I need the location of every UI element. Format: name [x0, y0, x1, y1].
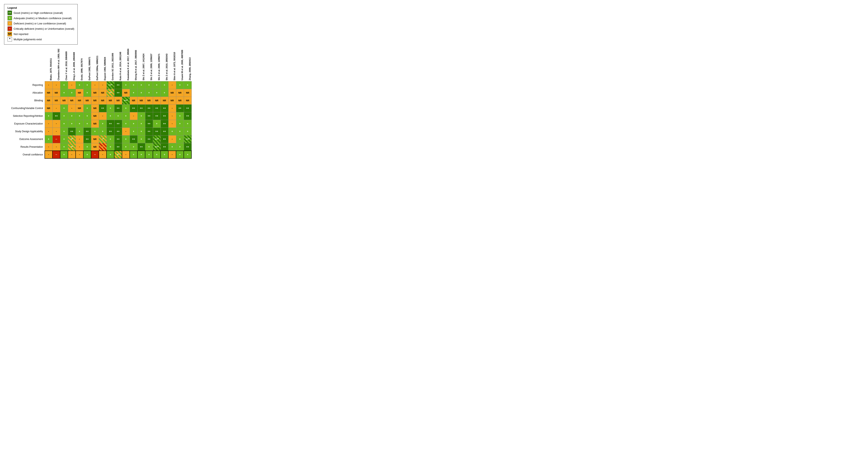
cell-2-16: NR	[168, 97, 176, 105]
nr-badge: NR	[186, 92, 189, 94]
cell-1-3: +	[68, 89, 75, 97]
row-label-0: Reporting	[4, 81, 45, 89]
cell-8-16: +	[168, 143, 176, 151]
cell-2-18: NR	[184, 97, 191, 105]
col-header-18: Zhang, 2008, 2850413	[184, 49, 191, 81]
cell-8-18: ++	[184, 143, 191, 151]
cell-2-0: NR	[45, 97, 53, 105]
cell-6-3: ++	[68, 127, 75, 135]
cell-4-8: +	[106, 112, 114, 120]
cell-2-6: NR	[91, 97, 99, 105]
cell-6-17: +	[176, 127, 184, 135]
row-label-7: Outcome Assessment	[4, 135, 45, 143]
cell-8-1: -	[53, 143, 60, 151]
cell-9-8: +	[106, 151, 114, 158]
cell-2-7: NR	[99, 97, 106, 105]
cell-3-7: ++	[99, 105, 106, 112]
cell-7-16: -	[168, 135, 176, 143]
nr-badge: NR	[93, 99, 97, 102]
cell-0-3: -	[68, 81, 75, 89]
cell-0-5: +	[83, 81, 91, 89]
cell-7-17: +	[176, 135, 184, 143]
nr-badge: NR	[86, 99, 89, 102]
cell-8-10: +	[122, 143, 130, 151]
row-label-9: Overall confidence	[4, 151, 45, 158]
nr-badge: NR	[93, 107, 97, 110]
cell-0-4: +	[75, 81, 83, 89]
table-row-6: Study Design Applicability--++++++++++++…	[4, 127, 191, 135]
cell-6-10: -	[122, 127, 130, 135]
cell-7-12: +	[137, 135, 145, 143]
legend-label: Multiple judgments exist	[13, 38, 42, 41]
cell-7-7: -*	[99, 135, 106, 143]
cell-0-9: ++	[114, 81, 122, 89]
table-row-4: Selective Reporting/Attrition+++++++NR-+…	[4, 112, 191, 120]
cell-1-2: +	[60, 89, 68, 97]
cell-9-13: +	[145, 151, 153, 158]
nr-badge: NR	[78, 92, 81, 94]
cell-7-10: +	[122, 135, 130, 143]
col-header-13: Shi Z et al. 2009, 1295637	[145, 49, 153, 81]
cell-7-9: ++	[114, 135, 122, 143]
cell-5-16: -	[168, 120, 176, 127]
cell-9-15: +	[161, 151, 168, 158]
cell-5-13: ++	[145, 120, 153, 127]
row-label-3: Confounding/Variable Control	[4, 105, 45, 112]
nr-badge: NR	[93, 92, 97, 94]
nr-badge: NR	[170, 92, 174, 94]
cell-3-3: -	[68, 105, 75, 112]
table-row-2: BlindingNRNRNRNRNRNRNRNRNRNR++*NRNRNRNRN…	[4, 97, 191, 105]
cell-4-6: NR	[91, 112, 99, 120]
cell-0-13: +	[145, 81, 153, 89]
nr-badge: NR	[93, 122, 97, 125]
cell-9-14: +	[153, 151, 161, 158]
cell-1-4: NR	[75, 89, 83, 97]
cell-4-1: ++	[53, 112, 60, 120]
cell-1-10: NR	[122, 89, 130, 97]
cell-3-9: ++	[114, 105, 122, 112]
row-label-2: Blinding	[4, 97, 45, 105]
cell-4-4: +	[75, 112, 83, 120]
col-header-16: Stier A et al. 1972, 5916310	[168, 49, 176, 81]
cell-5-3: +	[68, 120, 75, 127]
cell-5-14: +	[153, 120, 161, 127]
cell-8-0: -	[45, 143, 53, 151]
cell-3-11: ++	[130, 105, 137, 112]
cell-0-10: +	[122, 81, 130, 89]
cell-6-18: +	[184, 127, 191, 135]
cell-3-6: NR	[91, 105, 99, 112]
cell-2-9: NR	[114, 97, 122, 105]
cell-0-2: +	[60, 81, 68, 89]
cell-0-6: -	[91, 81, 99, 89]
row-label-5: Exposure Characterization	[4, 120, 45, 127]
cell-9-7: -	[99, 151, 106, 158]
nr-badge: NR	[163, 99, 166, 102]
cell-9-16: -	[168, 151, 176, 158]
nr-badge: NR	[178, 99, 182, 102]
col-header-4: Dodd, 1998, 5917874	[75, 49, 83, 81]
table-row-3: Confounding/Variable ControlNR-+-NR+NR++…	[4, 105, 191, 112]
cell-1-6: NR	[91, 89, 99, 97]
nr-badge: NR	[47, 107, 50, 110]
cell-9-2: +	[60, 151, 68, 158]
nr-badge: NR	[117, 99, 120, 102]
cell-3-16: -	[168, 105, 176, 112]
cell-0-16: -	[168, 81, 176, 89]
cell-3-1: -	[53, 105, 60, 112]
cell-3-8: +	[106, 105, 114, 112]
cell-1-1: NR	[53, 89, 60, 97]
col-header-11: Sheng N et al. 2017, 3860066	[130, 49, 137, 81]
cell-4-2: +	[60, 112, 68, 120]
cell-8-13: +	[145, 143, 153, 151]
cell-8-5: +	[83, 143, 91, 151]
cell-8-15: ++	[161, 143, 168, 151]
cell-9-17: +	[176, 151, 184, 158]
cell-6-4: +	[75, 127, 83, 135]
col-header-17: Usami M et al. 2000, 4987699	[176, 49, 184, 81]
cell-4-17: +	[176, 112, 184, 120]
cell-6-12: +	[137, 127, 145, 135]
col-header-9: Kato H et al. 2014, 2851248	[114, 49, 122, 81]
cell-1-0: NR	[45, 89, 53, 97]
cell-9-18: +	[184, 151, 191, 158]
cell-4-16: -	[168, 112, 176, 120]
